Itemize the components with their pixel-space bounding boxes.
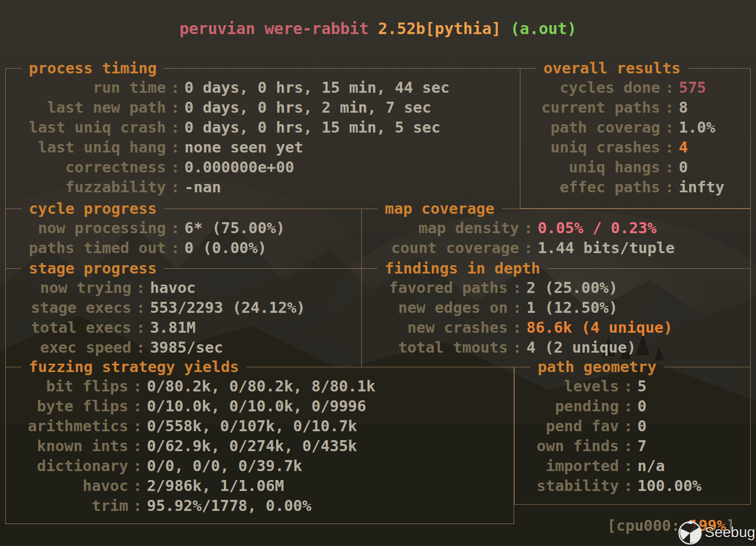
section-title: findings in depth <box>385 258 540 278</box>
colon-separator: : <box>171 177 180 197</box>
stat-row: levels:5 <box>537 376 750 396</box>
stat-label: current paths <box>541 97 660 117</box>
stat-value: 0 days, 0 hrs, 15 min, 5 sec <box>184 117 440 137</box>
stat-row: trim:95.92%/1778, 0.00% <box>28 496 514 516</box>
colon-separator: : <box>171 218 180 238</box>
section-title: process timing <box>29 58 157 78</box>
stat-label: total tmouts <box>389 337 508 357</box>
stat-value: 0 <box>679 157 687 177</box>
stat-row: total tmouts:4 (2 unique) <box>389 337 750 357</box>
stat-label: new crashes <box>389 318 508 337</box>
colon-separator: : <box>136 318 145 337</box>
section-path-geometry: path geometry levels:5 pending:0 pend fa… <box>514 367 751 505</box>
stat-value: 95.92%/1778, 0.00% <box>147 496 312 516</box>
stat-row: last uniq hang:none seen yet <box>29 137 520 157</box>
stat-value: 1.44 bits/tuple <box>538 238 675 258</box>
stat-label: last new path <box>29 97 166 117</box>
stat-label: pend fav <box>537 416 619 436</box>
stat-row: current paths:8 <box>541 97 750 117</box>
stat-value: 553/2293 (24.12%) <box>150 298 306 318</box>
stat-row: path coverag:1.0% <box>541 117 750 137</box>
colon-separator: : <box>136 337 145 357</box>
stat-value: 0/0, 0/0, 0/39.7k <box>147 456 303 476</box>
section-header: process timing <box>6 58 520 78</box>
colon-separator: : <box>624 436 632 456</box>
stat-row: own finds:7 <box>537 436 750 456</box>
colon-separator: : <box>513 298 521 318</box>
stat-value: 2/986k, 1/1.06M <box>147 476 284 496</box>
section-stage-progress: stage progress now trying:havoc stage ex… <box>5 268 361 367</box>
stat-label: path coverag <box>541 117 660 137</box>
stat-row: last new path:0 days, 0 hrs, 2 min, 7 se… <box>29 97 520 117</box>
fuzzer-target-binary: (a.out) <box>510 19 576 38</box>
stat-row: count coverage:1.44 bits/tuple <box>391 238 750 258</box>
stat-label: arithmetics <box>28 416 128 436</box>
stat-label: map density <box>391 218 519 238</box>
colon-separator: : <box>665 117 674 137</box>
stat-label: total execs <box>31 318 131 337</box>
seebug-watermark: Seebug <box>676 519 755 546</box>
colon-separator: : <box>665 157 674 177</box>
colon-separator: : <box>133 416 142 436</box>
stat-label: now processing <box>29 218 166 238</box>
stat-row: favored paths:2 (25.00%) <box>389 278 750 298</box>
stat-label: stage execs <box>31 298 131 318</box>
stat-value: 8 <box>679 97 687 117</box>
section-header: fuzzing strategy yields <box>6 357 514 377</box>
stat-label: last uniq crash <box>29 117 166 137</box>
colon-separator: : <box>171 117 180 137</box>
stat-value: havoc <box>150 278 196 298</box>
stat-value: 3.81M <box>150 318 196 337</box>
colon-separator: : <box>133 496 142 516</box>
stat-label: favored paths <box>389 278 508 298</box>
stat-row: new edges on:1 (12.50%) <box>389 298 750 318</box>
stat-row: exec speed:3985/sec <box>31 337 361 357</box>
stat-value: 0 days, 0 hrs, 2 min, 7 sec <box>184 97 431 117</box>
stat-value: 0/80.2k, 0/80.2k, 8/80.1k <box>147 376 376 396</box>
section-header: cycle progress <box>6 199 361 219</box>
stat-value: 575 <box>679 78 706 97</box>
section-fuzzing-strategy-yields: fuzzing strategy yields bit flips:0/80.2… <box>5 367 514 524</box>
colon-separator: : <box>665 137 674 157</box>
colon-separator: : <box>133 436 142 456</box>
stat-row: known ints:0/62.9k, 0/274k, 0/435k <box>28 436 514 456</box>
stat-row: effec paths:infty <box>541 177 750 197</box>
stat-value: 100.00% <box>638 476 702 496</box>
stat-value: 0 (0.00%) <box>184 238 266 258</box>
section-title: path geometry <box>538 357 657 377</box>
colon-separator: : <box>171 137 180 157</box>
stat-row: run time:0 days, 0 hrs, 15 min, 44 sec <box>29 78 520 97</box>
section-header: map coverage <box>362 199 750 219</box>
stat-label: count coverage <box>391 238 519 258</box>
stat-value: 0/558k, 0/107k, 0/10.7k <box>147 416 358 436</box>
stat-label: new edges on <box>389 298 508 318</box>
window-title: peruvian were-rabbit2.52b[pythia](a.out) <box>0 19 756 39</box>
section-title: map coverage <box>385 199 495 219</box>
colon-separator: : <box>171 157 180 177</box>
stat-label: pending <box>537 396 619 416</box>
colon-separator: : <box>136 278 145 298</box>
section-title: overall results <box>543 58 681 78</box>
stat-row: dictionary:0/0, 0/0, 0/39.7k <box>28 456 514 476</box>
stat-value: 3985/sec <box>150 337 224 357</box>
colon-separator: : <box>133 456 142 476</box>
colon-separator: : <box>524 238 532 258</box>
stat-row: uniq crashes:4 <box>541 137 750 157</box>
stat-row: total execs:3.81M <box>31 318 361 337</box>
stat-row: bit flips:0/80.2k, 0/80.2k, 8/80.1k <box>28 376 514 396</box>
colon-separator: : <box>665 78 674 97</box>
stat-label: fuzzability <box>29 177 166 197</box>
afl-fuzzer-terminal: peruvian were-rabbit2.52b[pythia](a.out)… <box>0 0 756 546</box>
stat-label: effec paths <box>541 177 660 197</box>
stat-value: 4 <box>679 137 687 157</box>
colon-separator: : <box>133 376 142 396</box>
stat-value: 1 (12.50%) <box>526 298 618 318</box>
colon-separator: : <box>171 78 180 97</box>
colon-separator: : <box>513 318 521 337</box>
stat-label: uniq crashes <box>541 137 660 157</box>
stat-row: pend fav:0 <box>537 416 750 436</box>
seebug-watermark-text: Seebug <box>705 525 755 540</box>
colon-separator: : <box>665 177 674 197</box>
section-header: stage progress <box>6 258 361 278</box>
stat-value: none seen yet <box>184 137 303 157</box>
